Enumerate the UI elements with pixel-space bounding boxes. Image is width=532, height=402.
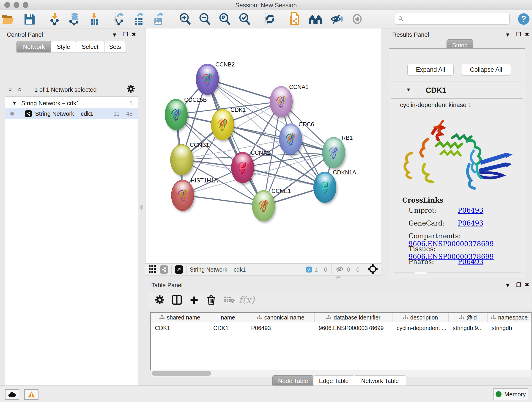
network-node-cdc6[interactable] bbox=[279, 123, 302, 155]
network-node-rb1[interactable] bbox=[322, 137, 345, 168]
crosslink-link[interactable]: P06493 bbox=[458, 206, 483, 214]
network-node-cdk1[interactable] bbox=[211, 109, 234, 140]
search-input[interactable] bbox=[404, 15, 507, 22]
memory-button[interactable]: Memory bbox=[493, 389, 528, 400]
tab-sets[interactable]: Sets bbox=[104, 41, 126, 52]
zoom-in-icon[interactable] bbox=[178, 12, 192, 26]
cloud-status-button[interactable] bbox=[5, 389, 19, 400]
table-cell[interactable]: P06493 bbox=[247, 323, 315, 332]
network-collection-row[interactable]: ▼ String Network – cdk1 1 bbox=[5, 98, 138, 108]
network-node-cdkn1a[interactable] bbox=[313, 172, 336, 203]
network-node-ccna2[interactable] bbox=[231, 152, 254, 183]
warnings-button[interactable] bbox=[24, 389, 38, 400]
column-header-namespace[interactable]: namespace bbox=[488, 313, 531, 322]
hidden-eye-icon[interactable] bbox=[336, 266, 344, 274]
import-network-file-icon[interactable] bbox=[47, 12, 62, 26]
panel-menu-icon[interactable]: ▼ bbox=[505, 282, 510, 288]
table-hscrollbar-thumb[interactable] bbox=[152, 371, 211, 376]
column-header--id[interactable]: @id bbox=[449, 313, 488, 322]
create-column-icon[interactable]: + bbox=[187, 293, 201, 307]
crosslink-link[interactable]: P06493 bbox=[458, 258, 483, 266]
refresh-icon[interactable] bbox=[263, 12, 278, 26]
zoom-selected-icon[interactable] bbox=[237, 12, 252, 26]
help-icon[interactable]: ? bbox=[516, 12, 531, 26]
float-panel-icon[interactable]: ❐ bbox=[123, 31, 128, 38]
card-scrollbar-track[interactable] bbox=[394, 272, 520, 274]
network-edge[interactable] bbox=[222, 124, 333, 153]
network-row[interactable]: String Network – cdk1 11 48 bbox=[5, 108, 138, 119]
tab-node-table[interactable]: Node Table bbox=[272, 375, 314, 386]
import-table-icon[interactable] bbox=[87, 12, 102, 26]
share-file-icon[interactable] bbox=[287, 12, 302, 26]
birds-eye-grid-icon[interactable] bbox=[148, 265, 156, 274]
zoom-out-icon[interactable] bbox=[197, 12, 212, 26]
panel-menu-icon[interactable]: ▼ bbox=[112, 32, 117, 38]
delete-table-icon[interactable] bbox=[223, 293, 236, 307]
tab-network-table[interactable]: Network Table bbox=[354, 375, 406, 386]
hide-unhide-icon[interactable] bbox=[329, 12, 344, 26]
column-header-name[interactable]: name bbox=[209, 313, 247, 322]
network-edge[interactable] bbox=[207, 79, 263, 206]
column-header-database-identifier[interactable]: database identifier bbox=[315, 313, 393, 322]
tab-network[interactable]: Network bbox=[17, 41, 51, 52]
export-table-icon[interactable] bbox=[132, 12, 146, 26]
save-session-icon[interactable] bbox=[22, 12, 37, 26]
collapse-all-button[interactable]: Collapse All bbox=[461, 64, 511, 75]
show-graphics-icon[interactable] bbox=[350, 12, 365, 26]
network-node-hist1h1a[interactable] bbox=[171, 180, 194, 211]
table-cell[interactable]: CDK1 bbox=[151, 323, 209, 332]
export-image-icon[interactable] bbox=[151, 12, 166, 26]
card-scrollbar-thumb[interactable] bbox=[414, 272, 427, 274]
expand-all-button[interactable]: Expand All bbox=[407, 64, 454, 75]
column-header-canonical-name[interactable]: canonical name bbox=[247, 313, 315, 322]
close-panel-icon[interactable]: ✖ bbox=[132, 31, 136, 38]
network-node-cdc25b[interactable] bbox=[165, 99, 188, 130]
table-cell[interactable]: stringdb bbox=[488, 323, 531, 332]
fit-selected-crosshair-icon[interactable] bbox=[368, 264, 378, 275]
network-edge[interactable] bbox=[182, 153, 333, 195]
network-node-ccnb1[interactable] bbox=[170, 144, 193, 175]
function-builder-icon[interactable]: f(x) bbox=[240, 293, 254, 307]
table-cell[interactable]: stringdb:9... bbox=[449, 323, 488, 332]
network-share-icon[interactable] bbox=[160, 265, 168, 274]
close-panel-icon[interactable]: ✖ bbox=[525, 282, 529, 288]
delete-column-icon[interactable] bbox=[204, 293, 218, 307]
left-splitter-handle[interactable] bbox=[140, 205, 143, 210]
tab-select[interactable]: Select bbox=[76, 41, 104, 52]
open-in-new-window-icon[interactable] bbox=[175, 265, 183, 274]
zoom-fit-icon[interactable] bbox=[217, 12, 232, 26]
open-session-icon[interactable] bbox=[0, 12, 15, 26]
network-view-canvas[interactable]: CCNB2CCNA1CDC25BCDK1CDC6RB1CCNB1CCNA2CDK… bbox=[145, 28, 381, 263]
network-options-gear-icon[interactable] bbox=[127, 84, 135, 94]
import-network-database-icon[interactable] bbox=[67, 12, 82, 26]
network-node-ccna1[interactable] bbox=[270, 86, 293, 117]
export-network-icon[interactable] bbox=[112, 12, 127, 26]
column-header-shared-name[interactable]: shared name bbox=[151, 313, 209, 322]
collapse-all-icon[interactable]: » bbox=[9, 86, 13, 94]
column-header-description[interactable]: description bbox=[393, 313, 449, 322]
table-options-gear-icon[interactable] bbox=[153, 293, 167, 307]
string-home-icon[interactable] bbox=[308, 12, 323, 26]
tab-style[interactable]: Style bbox=[51, 41, 76, 52]
close-panel-icon[interactable]: ✖ bbox=[525, 31, 529, 38]
collection-expand-icon[interactable]: ▼ bbox=[12, 101, 17, 106]
crosslink-link[interactable]: P06493 bbox=[458, 219, 483, 227]
protein-card-header[interactable]: ▼ CDK1 bbox=[391, 82, 523, 99]
node-table[interactable]: shared namenamecanonical namedatabase id… bbox=[150, 313, 532, 370]
float-panel-icon[interactable]: ❐ bbox=[516, 31, 521, 38]
table-cell[interactable]: 9606.ENSP00000378699 bbox=[315, 323, 393, 332]
table-cell[interactable]: cyclin-dependent ... bbox=[393, 323, 449, 332]
search-box[interactable] bbox=[395, 13, 510, 25]
panel-menu-icon[interactable]: ▼ bbox=[505, 32, 510, 38]
selected-checkbox-icon[interactable] bbox=[306, 267, 312, 273]
expand-all-icon[interactable]: » bbox=[17, 86, 21, 94]
network-node-ccnb2[interactable] bbox=[196, 64, 219, 95]
float-panel-icon[interactable]: ❐ bbox=[516, 282, 521, 288]
network-edge[interactable] bbox=[182, 195, 263, 206]
network-node-ccne1[interactable] bbox=[252, 190, 275, 221]
node-structure-thumbnail bbox=[234, 159, 251, 177]
collapse-card-icon[interactable]: ▼ bbox=[406, 87, 411, 93]
tab-edge-table[interactable]: Edge Table bbox=[313, 375, 355, 386]
show-columns-icon[interactable] bbox=[170, 293, 184, 307]
table-cell[interactable]: CDK1 bbox=[209, 323, 247, 332]
